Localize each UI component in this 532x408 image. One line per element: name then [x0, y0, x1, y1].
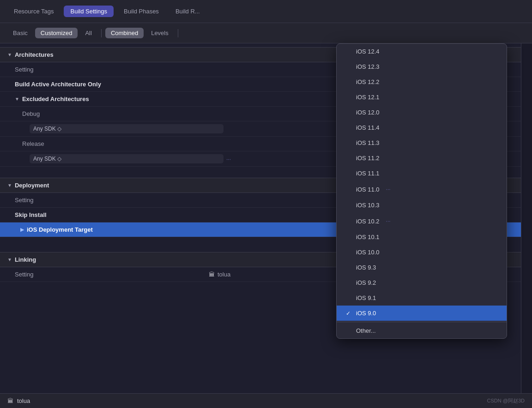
- dropdown-other[interactable]: Other...: [337, 323, 507, 338]
- filter-bar: Basic Customized All Combined Levels: [0, 23, 532, 43]
- col-setting-label: Setting: [15, 66, 33, 73]
- release-sdk-selector[interactable]: Any SDK ◇: [30, 154, 224, 163]
- dropdown-ellipsis-9[interactable]: ···: [383, 185, 393, 193]
- right-panel: [521, 43, 532, 408]
- filter-divider: [101, 29, 102, 37]
- dropdown-item-label-17: iOS 9.0: [356, 310, 376, 317]
- filter-combined[interactable]: Combined: [105, 28, 144, 38]
- dropdown-item-13[interactable]: iOS 10.0: [337, 245, 507, 260]
- deployment-title: Deployment: [15, 182, 49, 189]
- linking-col-setting: Setting: [15, 271, 33, 278]
- dropdown-item-3[interactable]: iOS 12.1: [337, 90, 507, 105]
- dropdown-item-label-12: iOS 10.1: [356, 234, 380, 240]
- debug-label: Debug: [22, 110, 40, 117]
- release-sdk-ellipsis[interactable]: ···: [224, 155, 234, 163]
- dropdown-item-label-4: iOS 12.0: [356, 109, 380, 116]
- dropdown-item-14[interactable]: iOS 9.3: [337, 260, 507, 275]
- filter-basic[interactable]: Basic: [7, 28, 33, 38]
- dropdown-item-5[interactable]: iOS 11.4: [337, 120, 507, 135]
- linking-library-name: tolua: [218, 271, 230, 278]
- ios-version-dropdown: iOS 12.4iOS 12.3iOS 12.2iOS 12.1iOS 12.0…: [336, 43, 507, 339]
- dropdown-item-label-2: iOS 12.2: [356, 78, 380, 85]
- deployment-target-arrow: ▶: [20, 227, 24, 233]
- build-active-arch-label: Build Active Architecture Only: [15, 81, 101, 88]
- dropdown-item-0[interactable]: iOS 12.4: [337, 44, 507, 59]
- dropdown-item-label-13: iOS 10.0: [356, 249, 380, 256]
- dropdown-item-16[interactable]: iOS 9.1: [337, 290, 507, 306]
- bottom-library-icon: 🏛: [7, 397, 13, 404]
- architectures-title: Architectures: [15, 51, 54, 58]
- dropdown-ellipsis-11[interactable]: ···: [383, 217, 393, 225]
- deployment-col-setting: Setting: [15, 197, 33, 204]
- deployment-target-label: iOS Deployment Target: [27, 226, 93, 233]
- bottom-bar: 🏛 tolua: [0, 393, 532, 408]
- dropdown-item-6[interactable]: iOS 11.3: [337, 135, 507, 150]
- dropdown-divider: [337, 322, 507, 322]
- architectures-chevron[interactable]: ▼: [7, 52, 12, 57]
- skip-install-label: Skip Install: [15, 211, 47, 218]
- dropdown-item-17[interactable]: ✓iOS 9.0: [337, 306, 507, 321]
- deployment-chevron[interactable]: ▼: [7, 183, 12, 188]
- dropdown-item-label-1: iOS 12.3: [356, 63, 380, 70]
- dropdown-item-label-11: iOS 10.2: [356, 218, 380, 225]
- dropdown-item-label-14: iOS 9.3: [356, 264, 376, 271]
- dropdown-item-label-0: iOS 12.4: [356, 48, 380, 55]
- check-icon: ✓: [346, 310, 352, 317]
- debug-sdk-selector[interactable]: Any SDK ◇: [30, 124, 224, 133]
- filter-all[interactable]: All: [79, 28, 97, 38]
- dropdown-item-9[interactable]: iOS 11.0···: [337, 181, 507, 198]
- dropdown-item-label-3: iOS 12.1: [356, 94, 380, 101]
- watermark: CSDN @阿赵3D: [487, 397, 525, 404]
- dropdown-list: iOS 12.4iOS 12.3iOS 12.2iOS 12.1iOS 12.0…: [337, 44, 507, 321]
- dropdown-item-label-8: iOS 11.1: [356, 170, 380, 177]
- dropdown-item-label-9: iOS 11.0: [356, 186, 380, 193]
- linking-chevron[interactable]: ▼: [7, 257, 12, 262]
- dropdown-item-7[interactable]: iOS 11.2: [337, 150, 507, 166]
- dropdown-item-10[interactable]: iOS 10.3: [337, 198, 507, 213]
- linking-library-icon: 🏛: [209, 271, 215, 278]
- dropdown-item-12[interactable]: iOS 10.1: [337, 229, 507, 245]
- dropdown-item-4[interactable]: iOS 12.0: [337, 105, 507, 120]
- filter-customized[interactable]: Customized: [35, 28, 78, 38]
- dropdown-item-11[interactable]: iOS 10.2···: [337, 213, 507, 229]
- dropdown-item-label-16: iOS 9.1: [356, 294, 376, 301]
- dropdown-item-label-7: iOS 11.2: [356, 155, 380, 162]
- tab-build-phases[interactable]: Build Phases: [117, 6, 165, 17]
- excluded-arch-chevron[interactable]: ▼: [15, 96, 19, 102]
- dropdown-item-15[interactable]: iOS 9.2: [337, 275, 507, 290]
- tab-bar: Resource Tags Build Settings Build Phase…: [0, 0, 532, 23]
- bottom-library-name: tolua: [17, 397, 30, 404]
- dropdown-item-label-10: iOS 10.3: [356, 202, 380, 209]
- dropdown-item-2[interactable]: iOS 12.2: [337, 74, 507, 90]
- dropdown-item-label-15: iOS 9.2: [356, 279, 376, 286]
- filter-levels[interactable]: Levels: [145, 28, 174, 38]
- filter-divider-2: [178, 29, 178, 37]
- dropdown-item-8[interactable]: iOS 11.1: [337, 166, 507, 181]
- dropdown-item-label-6: iOS 11.3: [356, 139, 380, 146]
- linking-title: Linking: [15, 256, 36, 263]
- dropdown-item-1[interactable]: iOS 12.3: [337, 59, 507, 74]
- dropdown-item-label-5: iOS 11.4: [356, 124, 380, 131]
- tab-build-settings[interactable]: Build Settings: [64, 6, 114, 17]
- tab-build-rules[interactable]: Build R...: [169, 6, 206, 17]
- release-label: Release: [22, 140, 44, 147]
- selection-accent: [0, 222, 2, 237]
- excluded-arch-label: Excluded Architectures: [22, 96, 89, 102]
- other-label: Other...: [356, 327, 376, 334]
- tab-resource-tags[interactable]: Resource Tags: [7, 6, 60, 17]
- main-content: ▼ Architectures Setting Build Active Arc…: [0, 43, 532, 408]
